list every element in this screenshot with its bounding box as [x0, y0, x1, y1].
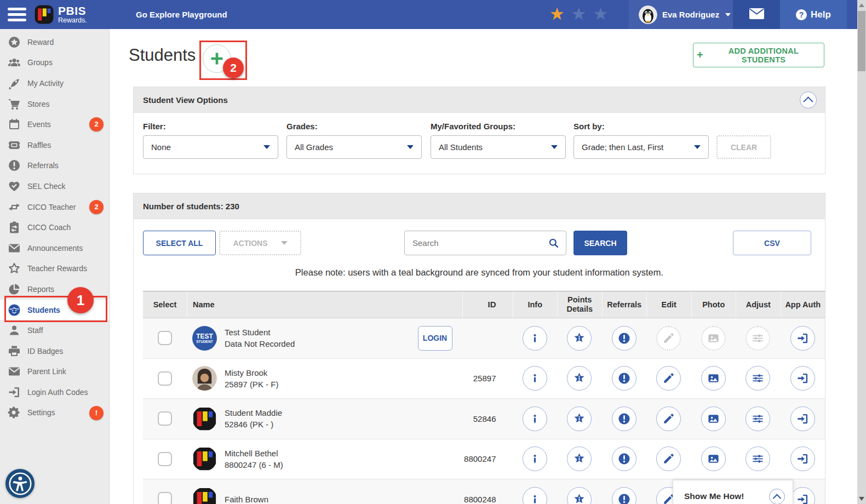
info-button[interactable]	[523, 446, 547, 471]
info-button[interactable]	[523, 406, 547, 431]
points-details-button[interactable]	[567, 446, 592, 471]
app-auth-cell	[781, 399, 825, 439]
rating-star-icon[interactable]: ★	[549, 4, 565, 25]
actions-dropdown[interactable]: ACTIONS	[219, 231, 301, 255]
app-auth-button[interactable]	[790, 406, 815, 431]
students-table: SelectNameIDInfoPoints DetailsReferralsE…	[143, 291, 825, 504]
info-cell	[513, 479, 558, 504]
collapse-panel-button[interactable]	[800, 91, 817, 108]
groups-icon	[8, 56, 21, 69]
referrals-button[interactable]	[612, 366, 636, 391]
app-auth-button[interactable]	[790, 446, 815, 471]
vertical-scrollbar[interactable]	[857, 0, 866, 504]
sidebar-item-announcements[interactable]: Announcements	[0, 238, 109, 259]
photo-button[interactable]	[701, 406, 726, 431]
scroll-up-arrow[interactable]	[859, 3, 864, 7]
star-info-icon	[573, 372, 586, 385]
select-checkbox[interactable]	[158, 452, 172, 466]
sidebar-item-id-badges[interactable]: ID Badges	[0, 341, 109, 362]
points-details-button[interactable]	[567, 487, 592, 504]
collapse-widget-button[interactable]	[769, 489, 785, 504]
sidebar-item-raffles[interactable]: Raffles	[0, 135, 109, 156]
pbis-rewards-logo[interactable]: PBIS Rewards.	[34, 4, 87, 25]
sidebar-item-groups[interactable]: Groups	[0, 53, 109, 73]
select-checkbox[interactable]	[158, 411, 172, 426]
app-auth-button[interactable]	[790, 326, 815, 351]
dropdown-grades-[interactable]: All Grades	[286, 135, 422, 159]
referrals-button[interactable]	[612, 487, 636, 504]
accessibility-button[interactable]	[5, 469, 35, 498]
sidebar-item-reports[interactable]: Reports	[0, 279, 109, 300]
help-button[interactable]: ? Help	[780, 0, 847, 29]
id-cell: 52846	[462, 399, 513, 439]
points-details-button[interactable]	[567, 406, 592, 431]
sliders-icon	[752, 332, 764, 345]
select-checkbox[interactable]	[158, 331, 172, 345]
show-me-how-widget[interactable]: Show Me How!	[673, 480, 793, 504]
alert-icon	[618, 332, 630, 345]
edit-button[interactable]	[656, 446, 681, 471]
select-checkbox[interactable]	[158, 492, 172, 504]
referrals-button[interactable]	[612, 446, 636, 471]
sidebar-item-teacher-rewards[interactable]: Teacher Rewards	[0, 259, 109, 279]
sidebar-item-events[interactable]: Events2	[0, 114, 109, 135]
sidebar-item-my-activity[interactable]: My Activity	[0, 73, 109, 94]
edit-button[interactable]	[656, 406, 681, 431]
sidebar-item-cico-coach[interactable]: CICO Coach	[0, 217, 109, 238]
scroll-down-arrow[interactable]	[859, 497, 864, 501]
sidebar-item-sel-check[interactable]: SEL Check	[0, 176, 109, 197]
rating-star-icon[interactable]: ★	[571, 4, 587, 25]
student-name-block: Mitchell Bethel8800247 (6 - M)	[225, 448, 283, 471]
sidebar-item-reward[interactable]: Reward	[0, 32, 109, 53]
edit-button[interactable]	[656, 366, 681, 391]
clear-filters-button[interactable]: CLEAR	[716, 135, 771, 159]
dropdown-my-favorited-groups-[interactable]: All Students	[431, 135, 566, 159]
hamburger-menu-icon[interactable]	[8, 8, 26, 21]
notification-badge: 2	[89, 117, 104, 131]
app-auth-button[interactable]	[790, 487, 815, 504]
scrollbar-thumb[interactable]	[858, 11, 865, 71]
csv-export-button[interactable]: CSV	[733, 231, 811, 255]
rating-star-icon[interactable]: ★	[593, 4, 609, 25]
sidebar-item-label: Groups	[27, 58, 53, 67]
pbis-logo-avatar	[192, 446, 217, 471]
dropdown-filter-[interactable]: None	[143, 135, 278, 159]
search-button[interactable]: SEARCH	[573, 231, 627, 255]
adjust-button[interactable]	[745, 446, 770, 471]
photo-button[interactable]	[701, 366, 726, 391]
sidebar-item-stores[interactable]: Stores	[0, 94, 109, 114]
referrals-button[interactable]	[612, 406, 636, 431]
add-student-button[interactable]	[203, 44, 231, 73]
photo-button[interactable]	[701, 446, 726, 471]
points-details-button[interactable]	[567, 326, 592, 351]
sidebar-item-login-auth-codes[interactable]: Login Auth Codes	[0, 382, 109, 403]
info-button[interactable]	[523, 487, 547, 504]
adjust-cell	[736, 318, 781, 358]
sidebar-item-settings[interactable]: Settings!	[0, 403, 109, 423]
search-input[interactable]	[405, 238, 548, 248]
select-all-button[interactable]: SELECT ALL	[143, 231, 216, 255]
students-panel: Number of students: 230 SELECT ALL ACTIO…	[133, 193, 825, 504]
info-button[interactable]	[523, 366, 547, 391]
messages-button[interactable]	[733, 0, 780, 29]
points-details-button[interactable]	[567, 366, 592, 391]
sidebar-item-staff[interactable]: Staff	[0, 320, 109, 341]
user-menu[interactable]: Eva Rodriguez	[629, 0, 733, 29]
dropdown-sort-by-[interactable]: Grade; then Last, First	[573, 135, 709, 159]
select-checkbox[interactable]	[158, 371, 172, 386]
sidebar-item-parent-link[interactable]: Parent Link	[0, 362, 109, 382]
sidebar-item-students[interactable]: Students	[0, 300, 109, 320]
adjust-button[interactable]	[745, 406, 770, 431]
calendar-icon	[8, 118, 21, 131]
info-button[interactable]	[523, 326, 547, 351]
add-additional-students-button[interactable]: + ADD ADDITIONAL STUDENTS	[693, 43, 824, 67]
app-auth-button[interactable]	[790, 366, 815, 391]
referrals-button[interactable]	[612, 326, 636, 351]
search-icon[interactable]	[548, 238, 559, 249]
adjust-button[interactable]	[745, 366, 770, 391]
sidebar-item-cico-teacher[interactable]: CICO Teacher2	[0, 197, 109, 217]
points-details-cell	[557, 359, 602, 399]
login-button[interactable]: LOGIN	[418, 326, 452, 351]
sign-in-icon	[796, 413, 809, 425]
sidebar-item-referrals[interactable]: Referrals	[0, 156, 109, 176]
